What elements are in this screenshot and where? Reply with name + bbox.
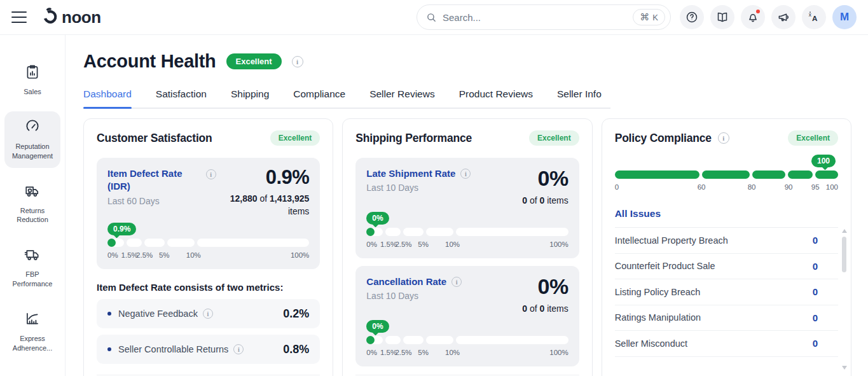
idr-note: Item Defect Rate consists of two metrics… — [97, 282, 320, 293]
tab-compliance[interactable]: Compliance — [293, 88, 345, 108]
dashboard-cards: Customer Satisfaction Excellent Item Def… — [83, 118, 851, 376]
sidebar-item-reputation-management[interactable]: Reputation Management — [4, 111, 60, 168]
sidebar-item-label: FBP Performance — [6, 270, 59, 289]
meter-segment — [456, 228, 568, 236]
cancellation-meter: 0% 0% 1.5% 2.5% 5 — [366, 320, 568, 358]
scroll-up-icon[interactable] — [842, 229, 847, 233]
tab-seller-reviews[interactable]: Seller Reviews — [369, 88, 435, 108]
scrollbar-thumb[interactable] — [842, 237, 846, 272]
announcements-button[interactable] — [771, 5, 796, 29]
search-bar[interactable]: ⌘ K — [417, 4, 671, 30]
late-shipment-info-icon[interactable] — [460, 169, 471, 179]
policy-compliance-card: Policy Compliance Excellent 100 — [602, 118, 851, 376]
issue-count: 0 — [813, 286, 838, 297]
metric-title-link[interactable]: Item Defect Rate (IDR) — [107, 167, 200, 193]
meter-segment — [385, 228, 401, 236]
metric-value: 0.8% — [283, 343, 309, 356]
sidebar-item-express-adherence[interactable]: Express Adherence... — [4, 303, 60, 360]
meter-bar — [107, 239, 309, 247]
metric-value: 0.2% — [283, 307, 309, 321]
meter-segment — [385, 336, 401, 344]
sidebar-item-returns-reduction[interactable]: Returns Reduction — [4, 176, 60, 232]
metric-value: 0.9% — [216, 167, 310, 188]
avatar[interactable]: M — [832, 5, 857, 29]
metric-title-link[interactable]: Late Shipment Rate — [366, 167, 455, 180]
notifications-button[interactable] — [741, 5, 765, 29]
meter-ticks: 0% 1.5% 2.5% 5% 10% 100% — [366, 240, 568, 250]
meter-bar — [366, 336, 568, 344]
policy-score-meter: 100 0 60 80 90 95 1 — [615, 155, 838, 193]
search-icon — [426, 12, 437, 23]
late-shipment-rate-box: Late Shipment Rate Last 10 Days 0% 0 of … — [355, 158, 579, 258]
card-title: Customer Satisfaction — [97, 132, 212, 145]
all-issues-list: Intellectual Property Breach 0 Counterfe… — [615, 228, 838, 357]
help-icon — [685, 11, 698, 24]
metric-period: Last 10 Days — [366, 183, 471, 193]
book-icon — [716, 11, 729, 24]
account-status-badge: Excellent — [226, 53, 282, 69]
seller-controllable-returns-info-icon[interactable] — [233, 344, 244, 354]
metric-count: 12,880 of 1,413,925 items — [216, 192, 310, 218]
translate-icon: x A — [808, 11, 820, 24]
sales-clipboard-icon — [24, 64, 41, 83]
meter-segment — [426, 336, 453, 344]
issue-row: Seller Misconduct 0 — [615, 331, 838, 357]
item-defect-rate-box: Item Defect Rate (IDR) Last 60 Days 0.9%… — [97, 158, 320, 269]
guide-button[interactable] — [710, 5, 734, 29]
issues-scrollbar[interactable] — [841, 229, 847, 370]
seller-controllable-returns-row: Seller Controllable Returns 0.8% — [97, 335, 320, 364]
sidebar-item-sales[interactable]: Sales — [4, 57, 60, 104]
late-shipment-meter: 0% 0% 1.5% 2.5% 5 — [366, 212, 568, 250]
meter-tooltip: 0% — [366, 212, 389, 225]
tab-satisfaction[interactable]: Satisfaction — [156, 88, 207, 108]
tab-bar: Dashboard Satisfaction Shipping Complian… — [83, 88, 610, 109]
metric-label: Negative Feedback — [118, 309, 198, 319]
help-button[interactable] — [680, 5, 704, 29]
idr-info-icon[interactable] — [206, 169, 216, 179]
sidebar-item-fbp-performance[interactable]: FBP Performance — [4, 239, 60, 296]
topbar-actions: x A M — [680, 5, 857, 29]
bullet-icon — [107, 347, 111, 351]
policy-compliance-info-icon[interactable] — [718, 132, 729, 144]
meter-marker-dot — [107, 239, 116, 247]
metric-value: 0% — [522, 275, 568, 298]
cancellation-rate-box: Cancellation Rate Last 10 Days 0% 0 of 0… — [355, 266, 579, 366]
sidebar-item-label: Sales — [24, 87, 41, 97]
tab-shipping[interactable]: Shipping — [231, 88, 269, 108]
issue-row: Intellectual Property Breach 0 — [615, 228, 838, 254]
issue-row: Listing Policy Breach 0 — [615, 279, 838, 305]
issue-row: Ratings Manipulation 0 — [615, 305, 838, 331]
metric-title-link[interactable]: Cancellation Rate — [366, 275, 446, 288]
search-input[interactable] — [443, 12, 633, 23]
meter-segment — [702, 171, 750, 179]
account-health-info-icon[interactable] — [292, 56, 303, 67]
meter-segment — [366, 228, 383, 236]
card-title: Policy Compliance — [615, 132, 712, 145]
negative-feedback-info-icon[interactable] — [203, 309, 213, 319]
scroll-down-icon[interactable] — [842, 366, 847, 370]
noon-logo[interactable]: noon — [42, 8, 101, 27]
return-truck-icon — [24, 183, 41, 202]
metric-period: Last 10 Days — [366, 291, 462, 301]
meter-segment — [788, 171, 813, 179]
tab-seller-info[interactable]: Seller Info — [557, 88, 602, 108]
meter-bar — [366, 228, 568, 236]
cancellation-info-icon[interactable] — [451, 277, 462, 287]
status-badge: Excellent — [270, 130, 320, 146]
main-content: Account Health Excellent Dashboard Satis… — [65, 35, 868, 376]
language-button[interactable]: x A — [802, 5, 826, 29]
tab-product-reviews[interactable]: Product Reviews — [459, 88, 533, 108]
metric-count: 0 of 0 items — [522, 302, 568, 315]
meter-ticks: 0% 1.5% 2.5% 5% 10% 100% — [107, 251, 309, 261]
menu-icon[interactable] — [11, 11, 27, 23]
meter-tooltip: 100 — [811, 155, 836, 167]
metric-period: Last 60 Days — [107, 196, 200, 206]
tab-dashboard[interactable]: Dashboard — [83, 88, 132, 108]
issue-count: 0 — [813, 312, 838, 323]
all-issues-link[interactable]: All Issues — [615, 208, 838, 228]
sidebar-item-label: Express Adherence... — [6, 334, 59, 353]
meter-segment — [366, 336, 383, 344]
sidebar-item-label: Returns Reduction — [6, 206, 59, 225]
idr-meter: 0.9% 0% 1.5% 2.5% — [107, 223, 309, 261]
meter-segment — [426, 228, 453, 236]
